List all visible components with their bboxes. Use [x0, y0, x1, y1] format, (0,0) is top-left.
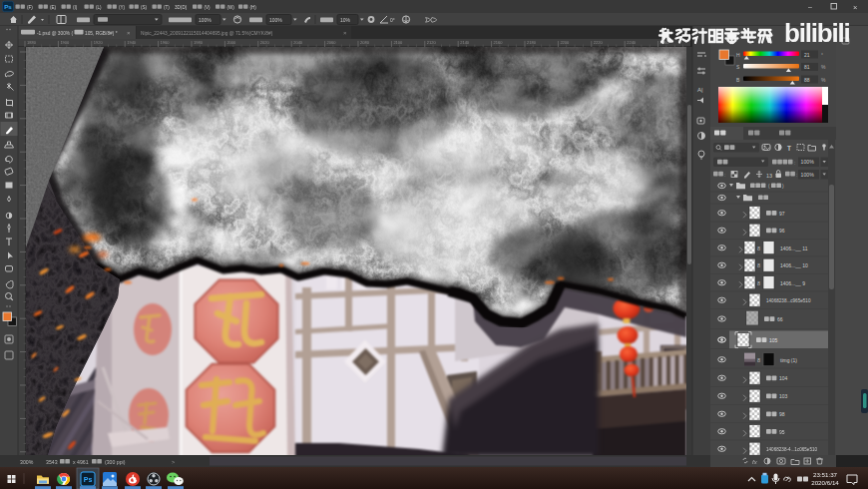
svg-text:2020: 2020 [260, 40, 270, 45]
svg-text:1900: 1900 [60, 40, 70, 45]
svg-text:(300 ppi): (300 ppi) [105, 459, 126, 465]
svg-text:23:51:37: 23:51:37 [813, 471, 838, 478]
svg-text:(S): (S) [141, 5, 148, 10]
svg-text:98: 98 [779, 411, 785, 417]
svg-text:100%: 100% [199, 17, 212, 23]
svg-text::: : [794, 161, 795, 166]
svg-text:97: 97 [779, 211, 785, 217]
svg-text:2140: 2140 [460, 40, 470, 45]
svg-text:×: × [343, 30, 347, 36]
svg-text:2100: 2100 [393, 40, 403, 45]
svg-text:%: % [821, 64, 826, 70]
svg-text:1406...__ 9: 1406...__ 9 [780, 280, 805, 286]
svg-text:1980: 1980 [194, 40, 204, 45]
svg-text:2200: 2200 [560, 40, 570, 45]
svg-text:0°: 0° [390, 17, 395, 23]
svg-text:8: 8 [757, 262, 760, 268]
svg-text::: : [724, 173, 725, 178]
svg-text:1406...__ 10: 1406...__ 10 [780, 262, 808, 268]
svg-text:1960: 1960 [161, 40, 171, 45]
svg-text:(L): (L) [96, 5, 102, 10]
svg-text:8: 8 [757, 357, 760, 363]
svg-text:1406...__ 11: 1406...__ 11 [780, 245, 808, 251]
svg-text:81: 81 [804, 64, 810, 70]
svg-text:x 4961: x 4961 [73, 459, 89, 465]
svg-text:14068238-4...1c065e510: 14068238-4...1c065e510 [766, 447, 818, 452]
svg-text:Ps: Ps [4, 3, 12, 10]
svg-text:(T): (T) [164, 5, 170, 10]
svg-text:2080: 2080 [360, 40, 370, 45]
svg-text:2020/6/14: 2020/6/14 [811, 479, 839, 486]
svg-text:°: ° [821, 52, 823, 58]
svg-text:103: 103 [779, 393, 788, 399]
svg-text:(W): (W) [227, 5, 235, 10]
svg-text:10%: 10% [340, 17, 351, 23]
svg-text:2040: 2040 [293, 40, 303, 45]
svg-text:100%: 100% [269, 17, 282, 23]
svg-text:1880: 1880 [27, 40, 37, 45]
svg-text:(I): (I) [73, 5, 78, 10]
svg-text:×: × [853, 3, 857, 12]
svg-text:2220: 2220 [594, 40, 604, 45]
svg-text:H: H [736, 52, 740, 58]
svg-text:(E): (E) [50, 5, 57, 10]
svg-text:bilibili: bilibili [784, 18, 850, 48]
svg-text:×: × [127, 30, 131, 36]
svg-text:2060: 2060 [327, 40, 337, 45]
svg-text:(H): (H) [250, 5, 257, 10]
svg-text:2180: 2180 [527, 40, 537, 45]
svg-text:%: % [821, 77, 826, 83]
svg-text:(V): (V) [205, 5, 212, 10]
svg-text:100%: 100% [801, 159, 815, 165]
svg-text:>: > [172, 459, 175, 465]
svg-text:100%: 100% [801, 172, 815, 178]
svg-text:13: 13 [766, 173, 772, 179]
svg-text:14068238...c965e510: 14068238...c965e510 [766, 298, 811, 303]
svg-text:2160: 2160 [494, 40, 504, 45]
svg-text:timg (1): timg (1) [780, 357, 797, 363]
svg-text:2120: 2120 [427, 40, 437, 45]
svg-text:21: 21 [804, 52, 810, 58]
svg-text:300%: 300% [20, 459, 34, 465]
svg-text:105, RGB/8#) *: 105, RGB/8#) * [85, 31, 118, 36]
svg-text:95: 95 [779, 429, 785, 435]
svg-text:–: – [808, 3, 812, 10]
svg-text:-1.psd @ 300% (: -1.psd @ 300% ( [37, 31, 73, 36]
svg-text:8: 8 [757, 245, 760, 251]
svg-text:88: 88 [804, 77, 810, 83]
svg-text:(F): (F) [27, 5, 33, 10]
svg-text:(Y): (Y) [119, 5, 126, 10]
svg-text:96: 96 [779, 228, 785, 234]
svg-text:1920: 1920 [94, 40, 104, 45]
svg-text:105: 105 [769, 337, 778, 343]
svg-text:2000: 2000 [226, 40, 236, 45]
svg-text:8: 8 [757, 280, 760, 286]
svg-text:A|: A| [697, 87, 703, 93]
svg-text:Nipic_22443_200912211501440469: Nipic_22443_2009122115014404695.jpg @ 71… [141, 31, 273, 36]
svg-text::: : [796, 173, 797, 178]
svg-text:T: T [787, 145, 791, 152]
svg-text:Ps: Ps [84, 476, 93, 483]
svg-text:3543: 3543 [46, 459, 58, 465]
svg-text:104: 104 [779, 375, 788, 381]
svg-text:2240: 2240 [627, 40, 637, 45]
svg-text:3D(D): 3D(D) [175, 5, 188, 10]
svg-text:1940: 1940 [127, 40, 137, 45]
svg-text:66: 66 [777, 316, 783, 322]
